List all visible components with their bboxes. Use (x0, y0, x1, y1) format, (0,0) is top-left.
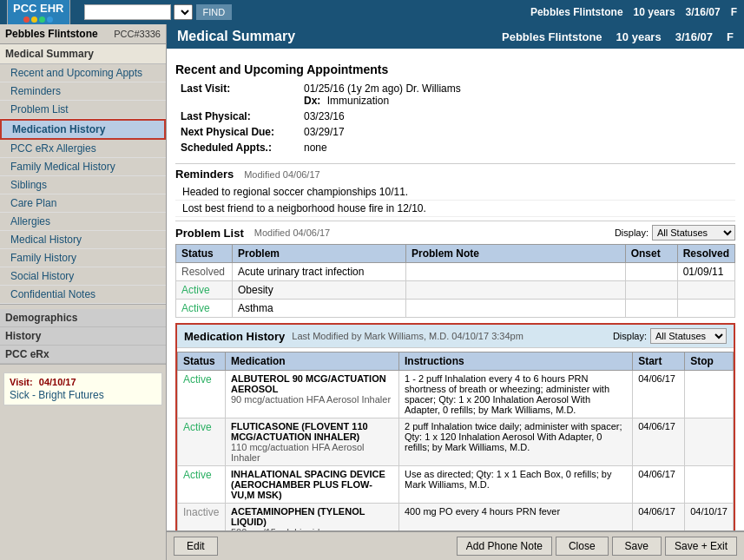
bottom-toolbar: Edit Add Phone Note Close Save Save + Ex… (167, 530, 744, 560)
med-instructions: 2 puff Inhalation twice daily; administe… (399, 418, 633, 466)
sidebar-item-reminders[interactable]: Reminders (0, 82, 166, 101)
table-row: Active Asthma (176, 300, 735, 318)
header-flag: F (731, 6, 737, 18)
problem-onset (625, 300, 677, 318)
search-filter[interactable] (174, 4, 193, 20)
problem-note (406, 281, 626, 300)
med-subname: 110 mcg/actuation HFA Aerosol Inhaler (231, 442, 393, 463)
sidebar-group-history[interactable]: History (0, 327, 166, 346)
sidebar-group-pcc-erx[interactable]: PCC eRx (0, 346, 166, 364)
sidebar-item-siblings[interactable]: Siblings (0, 176, 166, 194)
content-patient-name: Pebbles Flintstone (502, 30, 602, 43)
med-status: Active (178, 371, 226, 418)
problem-list-title: Problem List (175, 227, 244, 240)
med-history-title: Medication History (184, 330, 285, 343)
patient-pcc: PCC#3336 (114, 29, 161, 39)
content-date: 3/16/07 (675, 30, 713, 43)
reminders-modified: Modified 04/06/17 (244, 169, 319, 180)
header-patient-name: Pebbles Flintstone (530, 6, 623, 18)
content-body: Recent and Upcoming Appointments Last Vi… (167, 49, 744, 530)
sidebar-item-recent-appts[interactable]: Recent and Upcoming Appts (0, 64, 166, 82)
sidebar-item-family-history[interactable]: Family History (0, 249, 166, 267)
last-visit-label: Last Visit: (177, 82, 299, 108)
problem-name: Asthma (233, 300, 406, 318)
sidebar-item-social-history[interactable]: Social History (0, 267, 166, 286)
sick-label[interactable]: Sick - Bright Futures (10, 389, 156, 401)
med-col-medication: Medication (226, 352, 399, 371)
table-row: Last Physical: 03/23/16 (177, 109, 734, 123)
scheduled-value: none (300, 141, 734, 155)
problem-list-table: Status Problem Problem Note Onset Resolv… (175, 244, 735, 318)
med-status: Active (178, 418, 226, 466)
med-instructions: Use as directed; Qty: 1 x 1 Each Box, 0 … (399, 466, 633, 504)
problem-display-select[interactable]: All Statuses Active Only Resolved Only (652, 225, 735, 240)
sidebar: Pebbles Flintstone PCC#3336 Medical Summ… (0, 24, 167, 560)
table-row: Scheduled Appts.: none (177, 141, 734, 155)
table-row: Active FLUTICASONE (FLOVENT 110 MCG/ACTU… (178, 418, 734, 466)
col-status: Status (176, 245, 233, 263)
search-input[interactable] (84, 4, 171, 20)
reminder-item-0: Headed to regional soccer championships … (175, 184, 735, 201)
top-bar-search: FIND (84, 3, 234, 21)
medication-history-section: Medication History Last Modified by Mark… (175, 323, 735, 530)
sidebar-item-care-plan[interactable]: Care Plan (0, 194, 166, 213)
med-start: 04/06/17 (633, 504, 685, 531)
top-bar-right: Pebbles Flintstone 10 years 3/16/07 F (530, 6, 737, 18)
find-button[interactable]: FIND (195, 3, 234, 21)
problem-resolved: 01/09/11 (677, 263, 734, 281)
sidebar-item-allergies[interactable]: Allergies (0, 213, 166, 231)
bottom-toolbar-left: Edit (174, 537, 218, 556)
med-col-status: Status (178, 352, 226, 371)
problem-note (406, 300, 626, 318)
sidebar-group-demographics[interactable]: Demographics (0, 309, 166, 327)
save-exit-button[interactable]: Save + Exit (665, 537, 737, 556)
problem-resolved (677, 281, 734, 300)
bottom-toolbar-right: Add Phone Note Close Save Save + Exit (457, 537, 737, 556)
visit-info-box: Visit: 04/10/17 Sick - Bright Futures (3, 372, 162, 405)
med-history-modified: Last Modified by Mark Williams, M.D. 04/… (292, 331, 523, 341)
patient-name-sidebar: Pebbles Flintstone (5, 28, 98, 40)
content-age: 10 years (616, 30, 662, 43)
edit-button[interactable]: Edit (174, 537, 218, 556)
sidebar-item-medical-history[interactable]: Medical History (0, 231, 166, 249)
med-subname: 90 mcg/actuation HFA Aerosol Inhaler (231, 394, 393, 405)
sidebar-item-family-medical-history[interactable]: Family Medical History (0, 158, 166, 176)
col-onset: Onset (625, 245, 677, 263)
med-display-label: Display: (613, 331, 647, 341)
problem-note (406, 263, 626, 281)
sidebar-medical-summary[interactable]: Medical Summary (0, 44, 166, 64)
save-button[interactable]: Save (612, 537, 662, 556)
header-age: 10 years (634, 6, 675, 18)
last-physical-value: 03/23/16 (300, 109, 734, 123)
problem-name: Acute urinary tract infection (233, 263, 406, 281)
content-header: Medical Summary Pebbles Flintstone 10 ye… (167, 24, 744, 49)
table-row: Resolved Acute urinary tract infection 0… (176, 263, 735, 281)
sidebar-item-medication-history[interactable]: Medication History (0, 119, 166, 140)
top-bar-left: PCC EHR FIND (7, 0, 233, 25)
sidebar-item-pcc-erx-allergies[interactable]: PCC eRx Allergies (0, 140, 166, 158)
status-active: Active (176, 300, 233, 318)
med-start: 04/06/17 (633, 418, 685, 466)
reminders-section: Reminders Modified 04/06/17 Headed to re… (175, 168, 735, 217)
table-row: Active ALBUTEROL 90 MCG/ACTUATION AEROSO… (178, 371, 734, 418)
sidebar-item-confidential-notes[interactable]: Confidential Notes (0, 286, 166, 304)
last-visit-value: 01/25/16 (1y 2m ago) Dr. Williams (304, 82, 461, 95)
med-col-start: Start (633, 352, 685, 371)
med-name: ACETAMINOPHEN (TYLENOL LIQUID) (231, 506, 393, 527)
app: PCC EHR FIND Pebbles Flintstone 10 years… (0, 0, 744, 560)
med-instructions: 1 - 2 puff Inhalation every 4 to 6 hours… (399, 371, 633, 418)
med-display-select[interactable]: All Statuses Active Only Inactive Only (650, 328, 727, 344)
med-stop: 04/10/17 (685, 504, 734, 531)
problem-name: Obesity (233, 281, 406, 300)
med-name: ALBUTEROL 90 MCG/ACTUATION AEROSOL (231, 373, 393, 394)
dx-label: Dx: (304, 95, 320, 107)
main: Pebbles Flintstone PCC#3336 Medical Summ… (0, 24, 744, 560)
close-button[interactable]: Close (556, 537, 609, 556)
content-title: Medical Summary (177, 29, 295, 44)
next-physical-label: Next Physical Due: (177, 125, 299, 139)
dx-value: Immunization (327, 95, 389, 107)
sidebar-item-problem-list[interactable]: Problem List (0, 101, 166, 119)
logo-area: PCC EHR (7, 0, 70, 25)
add-phone-note-button[interactable]: Add Phone Note (457, 537, 552, 556)
problem-list-modified: Modified 04/06/17 (254, 227, 330, 238)
